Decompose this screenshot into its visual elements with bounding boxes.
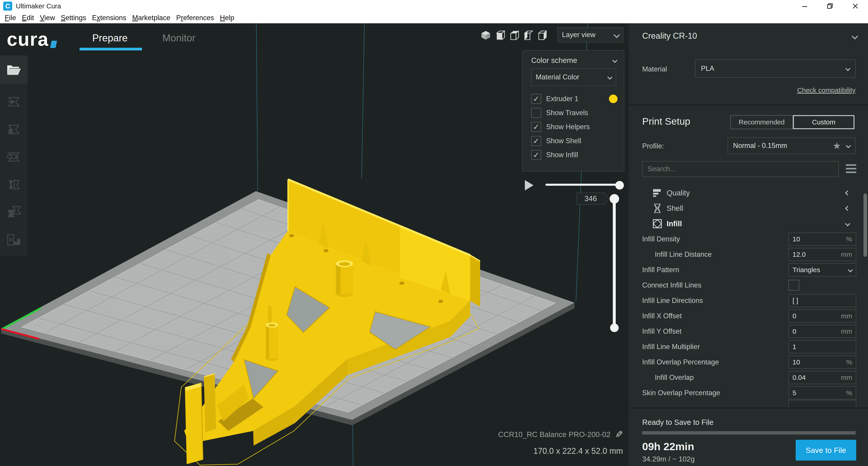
- close-icon: [852, 3, 859, 9]
- chevron-down-icon: [845, 221, 850, 227]
- cura-window: C Ultimaker Cura File Edit View Settings…: [0, 0, 868, 466]
- simulation-slider-handle[interactable]: [615, 181, 624, 190]
- tab-prepare[interactable]: Prepare: [92, 32, 128, 43]
- active-tab-underline: [80, 48, 142, 51]
- infill-overlap-percentage-input[interactable]: 10%: [788, 356, 856, 369]
- show-helpers-checkbox[interactable]: ✓: [531, 122, 541, 132]
- model-info: CCR10_RC Balance PRO-200-02 ✎ 170.0 x 22…: [498, 429, 623, 456]
- layer-slider-top-handle[interactable]: [610, 194, 619, 204]
- close-button[interactable]: [843, 0, 868, 12]
- chevron-down-icon[interactable]: [612, 58, 618, 63]
- category-quality[interactable]: Quality: [629, 185, 868, 201]
- show-infill-checkbox[interactable]: ✓: [531, 150, 541, 160]
- minimize-button[interactable]: [792, 0, 817, 12]
- extruder-1-row: ✓ Extruder 1: [531, 92, 619, 106]
- infill-overlap-input[interactable]: 0.04mm: [788, 371, 856, 384]
- shell-icon: [652, 203, 662, 213]
- menu-edit[interactable]: Edit: [19, 14, 37, 22]
- infill-line-directions-input[interactable]: [ ]: [788, 294, 856, 307]
- show-travels-checkbox[interactable]: ✓: [531, 108, 541, 118]
- chevron-down-icon: [848, 267, 853, 272]
- layer-slider-bottom-handle[interactable]: [610, 323, 619, 332]
- setting-infill-y-offset: Infill Y Offset 0mm: [629, 324, 868, 339]
- restore-button[interactable]: [817, 0, 843, 12]
- menu-view[interactable]: View: [37, 14, 58, 22]
- setting-infill-overlap-percentage: Infill Overlap Percentage 10%: [629, 354, 868, 370]
- star-icon[interactable]: ★: [833, 140, 841, 151]
- top-view-icon[interactable]: [508, 30, 519, 40]
- color-scheme-dropdown[interactable]: Material Color: [531, 68, 616, 86]
- cura-logo-dot: [50, 41, 57, 48]
- rotate-tool-icon[interactable]: [5, 149, 22, 165]
- 3d-view-icon[interactable]: [480, 30, 491, 40]
- menu-extensions[interactable]: Extensions: [89, 14, 129, 22]
- divider: [629, 408, 868, 408]
- view-mode-dropdown[interactable]: Layer view: [557, 27, 623, 42]
- right-view-icon[interactable]: [537, 30, 547, 40]
- left-view-icon[interactable]: [523, 30, 533, 40]
- setting-infill-line-directions: Infill Line Directions [ ]: [629, 293, 868, 308]
- left-toolbar: [0, 55, 28, 256]
- menu-marketplace[interactable]: Marketplace: [129, 14, 174, 22]
- settings-search-input[interactable]: Search...: [642, 161, 839, 177]
- connect-infill-lines-checkbox[interactable]: ✓: [788, 280, 799, 291]
- infill-line-multiplier-input[interactable]: 1: [788, 340, 856, 353]
- move-tool-icon[interactable]: [5, 93, 22, 110]
- rename-pencil-icon[interactable]: ✎: [615, 429, 623, 440]
- per-model-settings-icon[interactable]: [5, 204, 22, 221]
- settings-menu-icon[interactable]: [846, 164, 856, 173]
- divider: [629, 105, 868, 105]
- show-shell-checkbox[interactable]: ✓: [531, 136, 541, 146]
- simulation-slider[interactable]: [546, 184, 620, 186]
- open-file-icon: [6, 64, 21, 76]
- cura-logo: cura: [7, 28, 56, 50]
- infill-y-offset-input[interactable]: 0mm: [788, 325, 856, 338]
- tab-monitor[interactable]: Monitor: [162, 32, 195, 43]
- chevron-down-icon: [846, 143, 851, 148]
- infill-x-offset-input[interactable]: 0mm: [788, 310, 856, 323]
- setting-infill-overlap: Infill Overlap 0.04mm: [629, 370, 868, 385]
- show-helpers-row: ✓ Show Helpers: [531, 120, 619, 134]
- open-file-button[interactable]: [0, 55, 28, 84]
- play-simulation-button[interactable]: [525, 180, 533, 191]
- settings-scrollbar[interactable]: [864, 194, 867, 257]
- scale-tool-icon[interactable]: [5, 121, 22, 138]
- layer-slider[interactable]: [613, 198, 616, 328]
- print-setup-title: Print Setup: [642, 116, 690, 127]
- next-setting-partial: [788, 400, 856, 408]
- settings-list: Quality Shell Infill: [629, 185, 868, 408]
- skin-overlap-percentage-input[interactable]: 5%: [788, 386, 856, 400]
- save-to-file-button[interactable]: Save to File: [796, 440, 856, 461]
- infill-pattern-select[interactable]: Triangles: [788, 263, 856, 276]
- show-infill-row: ✓ Show Infill: [531, 148, 619, 162]
- recommended-mode-button[interactable]: Recommended: [730, 115, 793, 129]
- infill-density-input[interactable]: 10%: [788, 233, 856, 246]
- material-usage: 34.29m / ~ 102g: [642, 455, 694, 463]
- menu-file[interactable]: File: [2, 14, 19, 22]
- check-compatibility-link[interactable]: Check compatibility: [797, 86, 856, 94]
- title-bar[interactable]: C Ultimaker Cura: [0, 0, 868, 12]
- category-infill[interactable]: Infill: [629, 216, 868, 231]
- restore-icon: [827, 3, 833, 9]
- mirror-tool-icon[interactable]: [5, 176, 22, 193]
- chevron-down-icon[interactable]: [852, 33, 858, 39]
- front-view-icon[interactable]: [495, 30, 505, 40]
- material-dropdown[interactable]: PLA: [695, 59, 856, 78]
- chevron-down-icon: [608, 75, 613, 80]
- cura-app-icon: C: [3, 2, 12, 11]
- menu-help[interactable]: Help: [217, 14, 237, 22]
- status-text: Ready to Save to File: [642, 418, 714, 427]
- infill-line-distance-input[interactable]: 12.0mm: [788, 248, 856, 261]
- category-shell[interactable]: Shell: [629, 201, 868, 216]
- menu-preferences[interactable]: Preferences: [174, 14, 217, 22]
- machine-name[interactable]: Creality CR-10: [642, 31, 697, 41]
- custom-mode-button[interactable]: Custom: [793, 115, 855, 129]
- menu-settings[interactable]: Settings: [58, 14, 89, 22]
- stage: cura Prepare Monitor: [0, 23, 868, 466]
- color-scheme-panel: Color scheme Material Color ✓ Extruder 1…: [522, 50, 624, 172]
- support-blocker-icon[interactable]: [5, 231, 22, 248]
- profile-dropdown[interactable]: Normal - 0.15mm ★: [727, 137, 856, 154]
- setting-skin-overlap-percentage: Skin Overlap Percentage 5%: [629, 385, 868, 401]
- extruder-1-checkbox[interactable]: ✓: [531, 94, 541, 104]
- infill-icon: [652, 219, 662, 229]
